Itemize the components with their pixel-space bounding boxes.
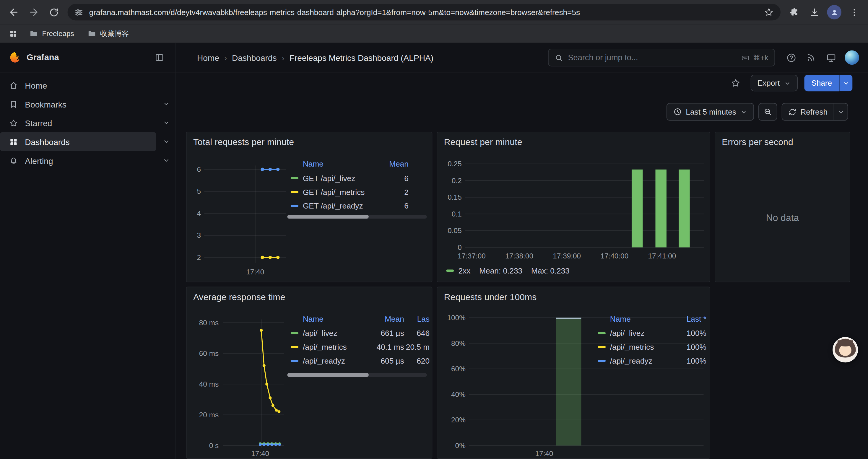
refresh-split-button: Refresh [782,103,848,121]
series-label: 2xx [458,266,470,275]
svg-text:0.05: 0.05 [447,227,462,234]
svg-text:17:38:00: 17:38:00 [505,252,533,260]
favorite-star-icon[interactable] [727,75,744,91]
legend-row[interactable]: /api/_metrics100% [598,340,706,354]
svg-text:0 s: 0 s [209,441,219,450]
legend-scrollbar[interactable] [287,373,427,377]
series-label: /api/_metrics [610,342,654,351]
rss-icon[interactable] [803,49,819,66]
legend-row[interactable]: /api/_livez661 µs646 [291,326,430,340]
series-mean: Mean: 0.233 [479,266,522,275]
apps-grid-icon[interactable] [6,26,21,41]
share-button[interactable]: Share [804,75,839,91]
svg-text:2: 2 [197,254,201,261]
legend-header-name[interactable]: Name [291,160,380,168]
share-menu-caret[interactable] [839,75,852,91]
url-text[interactable]: grafana.mathmast.com/d/deytv4rwavabkb/fr… [89,8,758,17]
panel-title[interactable]: Request per minute [437,132,710,147]
clock-icon [673,107,682,117]
chevron-down-icon[interactable] [162,100,170,108]
profile-icon[interactable] [825,3,844,22]
bookmarks-bar: Freeleaps 收藏博客 [0,24,868,43]
panel-requests-under-100ms: Requests under 100ms 100%80%60%40%20%0%1… [437,287,710,459]
series-color-swatch [291,191,299,193]
sidebar-item-label: Starred [25,118,52,128]
dashboard-controls: Export Share [176,72,868,94]
legend-header-col[interactable]: Las [404,314,430,323]
assistant-avatar[interactable] [833,337,858,362]
time-range-picker[interactable]: Last 5 minutes [666,103,754,121]
legend-bottom[interactable]: 2xx Mean: 0.233 Max: 0.233 [446,266,569,275]
refresh-button[interactable]: Refresh [782,103,834,121]
panel-title[interactable]: Errors per second [715,132,850,147]
bookmark-folder-freeleaps[interactable]: Freeleaps [24,27,79,40]
refresh-interval-caret[interactable] [834,103,848,121]
breadcrumb-item: Freeleaps Metrics Dashboard (ALPHA) [289,53,433,62]
monitor-icon[interactable] [823,49,839,66]
reload-icon[interactable] [44,3,63,22]
svg-text:0.2: 0.2 [452,177,462,185]
export-button[interactable]: Export [751,75,797,91]
series-stat: 100% [673,356,706,365]
series-stat: 6 [380,201,408,210]
zoom-out-icon[interactable] [758,103,777,121]
legend-row[interactable]: /api/_readyz100% [598,354,706,367]
legend-header-col[interactable]: Last * [673,314,706,323]
url-bar[interactable]: grafana.mathmast.com/d/deytv4rwavabkb/fr… [68,4,780,21]
scrollbar-thumb[interactable] [287,373,368,377]
svg-text:80 ms: 80 ms [199,319,219,327]
legend-header-col[interactable]: Mean [368,314,404,323]
svg-text:17:40:00: 17:40:00 [600,252,628,260]
panel-errors-per-second: Errors per second No data [715,132,850,282]
extensions-icon[interactable] [785,3,804,22]
sidebar-item-starred[interactable]: Starred [0,113,156,132]
breadcrumb: Home›Dashboards›Freeleaps Metrics Dashbo… [197,53,433,62]
search-input[interactable]: Search or jump to... ⌘+k [548,49,775,66]
downloads-icon[interactable] [805,3,824,22]
brand-title: Grafana [27,53,59,63]
sidebar-item-label: Home [25,80,47,90]
breadcrumb-separator: › [282,53,284,62]
legend-row[interactable]: /api/_metrics40.1 ms20.5 m [291,340,430,354]
grafana-logo[interactable] [8,51,22,64]
user-avatar[interactable] [845,51,859,65]
legend-header-name[interactable]: Name [291,314,368,323]
legend-row[interactable]: /api/_livez100% [598,326,706,340]
bookmark-folder-blog[interactable]: 收藏博客 [83,26,134,41]
series-color-swatch [291,177,299,179]
browser-menu-icon[interactable] [845,3,864,22]
legend-row[interactable]: GET /api/_readyz6 [291,199,409,213]
sidebar-item-alerting[interactable]: Alerting [0,151,156,170]
legend-row[interactable]: /api/_readyz605 µs620 [291,354,430,367]
legend-header-name[interactable]: Name [598,314,673,323]
grafana-header: Home›Dashboards›Freeleaps Metrics Dashbo… [176,43,868,72]
sidebar-item-bookmarks[interactable]: Bookmarks [0,95,156,113]
browser-window: grafana.mathmast.com/d/deytv4rwavabkb/fr… [0,0,868,459]
svg-text:100%: 100% [447,314,466,322]
panel-title[interactable]: Average response time [186,287,432,302]
series-max: Max: 0.233 [531,266,569,275]
chevron-down-icon[interactable] [162,137,170,145]
sidebar-item-home[interactable]: Home [0,76,156,95]
breadcrumb-item[interactable]: Dashboards [232,53,277,62]
bookmark-star-icon[interactable] [764,7,774,17]
help-icon[interactable] [783,49,799,66]
legend-scrollbar[interactable] [287,215,427,219]
panel-title[interactable]: Requests under 100ms [437,287,710,302]
panel-title[interactable]: Total requests per minute [186,132,432,147]
legend-row[interactable]: GET /api/_metrics2 [291,185,409,199]
svg-text:17:41:00: 17:41:00 [648,252,676,260]
legend-row[interactable]: GET /api/_livez6 [291,171,409,185]
series-GET /api/_metrics [261,256,280,259]
collapse-sidebar-icon[interactable] [151,49,168,66]
scrollbar-thumb[interactable] [287,215,368,219]
sidebar-item-dashboards[interactable]: Dashboards [0,132,156,151]
legend-header-col[interactable]: Mean [380,160,408,168]
site-info-icon[interactable] [74,7,84,17]
breadcrumb-item[interactable]: Home [197,53,219,62]
back-icon[interactable] [4,3,23,22]
chevron-down-icon[interactable] [162,119,170,127]
series-stat: 661 µs [368,328,404,337]
forward-icon[interactable] [24,3,43,22]
chevron-down-icon[interactable] [162,156,170,164]
